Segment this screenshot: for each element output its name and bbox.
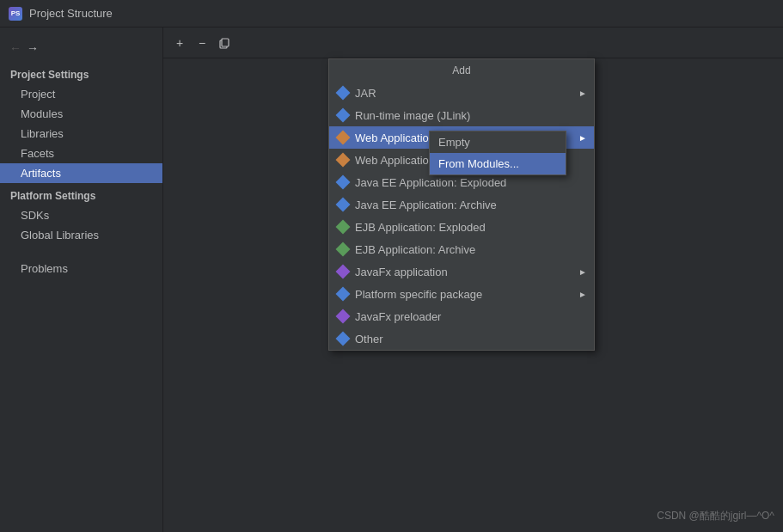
sidebar: ← → Project Settings Project Modules Lib…	[0, 28, 163, 532]
submenu-item-empty[interactable]: Empty	[430, 131, 566, 153]
dropdown-header: Add	[329, 59, 594, 82]
svg-rect-1	[222, 39, 229, 46]
menu-item-ejb-exploded-label: EJB Application: Exploded	[355, 221, 486, 234]
submenu-item-from-modules[interactable]: From Modules...	[430, 153, 566, 174]
main-container: ← → Project Settings Project Modules Lib…	[0, 28, 783, 532]
javafx-app-arrow: ►	[578, 267, 587, 277]
sidebar-item-project[interactable]: Project	[0, 84, 162, 104]
back-button[interactable]: ←	[7, 40, 24, 57]
menu-item-jlink[interactable]: Run-time image (JLink)	[329, 104, 594, 126]
menu-item-platform-package[interactable]: Platform specific package ►	[329, 283, 594, 305]
menu-item-platform-package-label: Platform specific package	[355, 288, 482, 301]
menu-item-jar-label: JAR	[355, 87, 376, 100]
jlink-icon	[336, 108, 350, 122]
javaee-archive-icon	[336, 198, 350, 211]
menu-item-javafx-app-label: JavaFx application	[355, 266, 448, 278]
forward-button[interactable]: →	[24, 40, 41, 57]
sidebar-item-problems[interactable]: Problems	[0, 259, 162, 278]
sidebar-item-artifacts[interactable]: Artifacts	[0, 163, 162, 183]
jar-icon	[336, 86, 350, 100]
web-exploded-icon	[336, 131, 350, 144]
copy-button[interactable]	[215, 34, 234, 52]
platform-package-arrow: ►	[578, 290, 587, 299]
other-icon	[336, 332, 350, 345]
copy-icon	[218, 37, 230, 49]
remove-button[interactable]: −	[193, 34, 211, 52]
menu-item-javafx-app[interactable]: JavaFx application ►	[329, 260, 594, 283]
menu-item-other-label: Other	[355, 333, 383, 345]
title-bar-text: Project Structure	[29, 7, 113, 20]
app-icon: PS	[9, 7, 22, 21]
sidebar-item-sdks[interactable]: SDKs	[0, 205, 162, 225]
menu-item-javafx-preloader[interactable]: JavaFx preloader	[329, 305, 594, 327]
watermark: CSDN @酷酷的jgirl—^O^	[657, 509, 774, 523]
content-area: + − Add JAR ►	[163, 28, 783, 532]
menu-item-javaee-exploded-label: Java EE Application: Exploded	[355, 176, 506, 189]
menu-item-ejb-exploded[interactable]: EJB Application: Exploded	[329, 216, 594, 238]
platform-settings-label: Platform Settings	[0, 183, 162, 205]
platform-package-icon	[336, 287, 350, 301]
menu-item-javaee-archive-label: Java EE Application: Archive	[355, 199, 497, 211]
sidebar-item-modules[interactable]: Modules	[0, 104, 162, 124]
web-archive-icon	[336, 153, 350, 167]
menu-item-other[interactable]: Other	[329, 327, 594, 350]
sidebar-item-facets[interactable]: Facets	[0, 144, 162, 163]
ejb-archive-icon	[336, 242, 350, 256]
menu-item-ejb-archive-label: EJB Application: Archive	[355, 243, 475, 256]
add-button[interactable]: +	[170, 34, 189, 52]
sidebar-item-global-libraries[interactable]: Global Libraries	[0, 225, 162, 245]
javafx-preloader-icon	[336, 309, 350, 323]
menu-item-ejb-archive[interactable]: EJB Application: Archive	[329, 238, 594, 260]
jar-arrow: ►	[578, 89, 587, 98]
title-bar: PS Project Structure	[0, 0, 783, 28]
content-toolbar: + −	[163, 28, 783, 58]
web-exploded-arrow: ►	[578, 133, 587, 143]
menu-item-javafx-preloader-label: JavaFx preloader	[355, 310, 441, 323]
javafx-app-icon	[336, 265, 350, 278]
project-settings-label: Project Settings	[0, 62, 162, 84]
menu-item-jar[interactable]: JAR ►	[329, 82, 594, 104]
nav-toolbar: ← →	[0, 34, 162, 62]
add-dropdown-menu: Add JAR ► Run-time image (JLink)	[328, 58, 595, 351]
menu-item-jlink-label: Run-time image (JLink)	[355, 109, 470, 122]
ejb-exploded-icon	[336, 220, 350, 234]
submenu-item-empty-label: Empty	[438, 136, 470, 149]
submenu-item-from-modules-label: From Modules...	[438, 157, 519, 170]
submenu: Empty From Modules...	[429, 131, 566, 175]
javaee-exploded-icon	[336, 175, 350, 189]
menu-item-javaee-archive[interactable]: Java EE Application: Archive	[329, 193, 594, 216]
sidebar-item-libraries[interactable]: Libraries	[0, 124, 162, 144]
